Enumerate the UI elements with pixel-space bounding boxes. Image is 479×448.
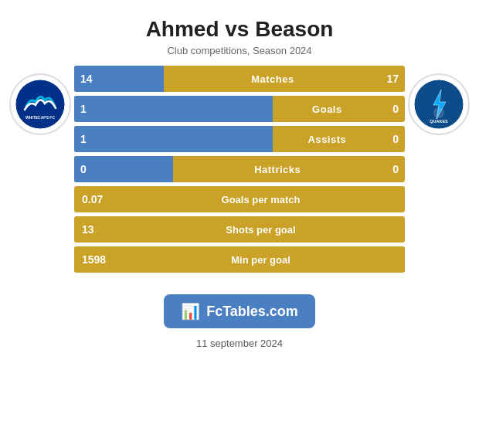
fctables-logo: 📊 FcTables.com (164, 294, 315, 328)
right-team-logo: QUAKES (408, 73, 470, 135)
left-team-logo: WHITECAPS FC (9, 73, 71, 135)
stat-single-label-5: Shots per goal (124, 224, 397, 236)
svg-point-6 (433, 107, 444, 118)
quakes-svg: QUAKES (413, 79, 464, 130)
stat-row-5: 13Shots per goal (74, 216, 405, 243)
right-team: QUAKES (405, 66, 473, 135)
subtitle: Club competitions, Season 2024 (146, 45, 334, 56)
main-content: WHITECAPS FC 14Matches171Goals01Assists0… (0, 66, 479, 273)
stat-row-1: 1Goals0 (74, 96, 405, 122)
whitecaps-svg: WHITECAPS FC (15, 79, 66, 130)
stat-row-4: 0.07Goals per match (74, 186, 405, 212)
stat-label-1: Goals (273, 104, 382, 115)
stat-right-val-2: 0 (382, 133, 405, 145)
left-team: WHITECAPS FC (6, 66, 74, 135)
stat-label-2: Assists (273, 134, 382, 145)
stat-left-val-3: 0 (80, 163, 87, 175)
stat-right-val-3: 0 (382, 163, 405, 175)
date-label: 11 september 2024 (196, 338, 283, 349)
stat-single-val-5: 13 (82, 223, 124, 236)
stat-row-2: 1Assists0 (74, 126, 405, 152)
stat-label-3: Hattricks (173, 164, 382, 175)
chart-icon: 📊 (181, 302, 200, 321)
stat-right-val-1: 0 (382, 103, 405, 115)
stat-left-val-2: 1 (80, 133, 87, 145)
page-title: Ahmed vs Beason (146, 17, 334, 42)
stats-area: 14Matches171Goals01Assists00Hattricks00.… (74, 66, 405, 273)
header: Ahmed vs Beason Club competitions, Seaso… (131, 0, 349, 61)
stat-left-val-0: 14 (80, 73, 93, 85)
svg-text:QUAKES: QUAKES (430, 119, 448, 124)
stat-single-label-4: Goals per match (124, 194, 397, 205)
stat-row-0: 14Matches17 (74, 66, 405, 92)
stat-single-val-4: 0.07 (82, 193, 124, 205)
footer-section: 📊 FcTables.com 11 september 2024 (164, 280, 315, 349)
stat-single-val-6: 1598 (82, 253, 124, 266)
stat-row-3: 0Hattricks0 (74, 156, 405, 182)
stat-label-0: Matches (164, 73, 382, 85)
stat-single-label-6: Min per goal (124, 254, 397, 266)
stat-row-6: 1598Min per goal (74, 246, 405, 273)
stat-right-val-0: 17 (382, 73, 405, 85)
stat-left-val-1: 1 (80, 103, 87, 115)
fctables-text: FcTables.com (206, 304, 298, 320)
svg-text:WHITECAPS FC: WHITECAPS FC (25, 115, 55, 120)
